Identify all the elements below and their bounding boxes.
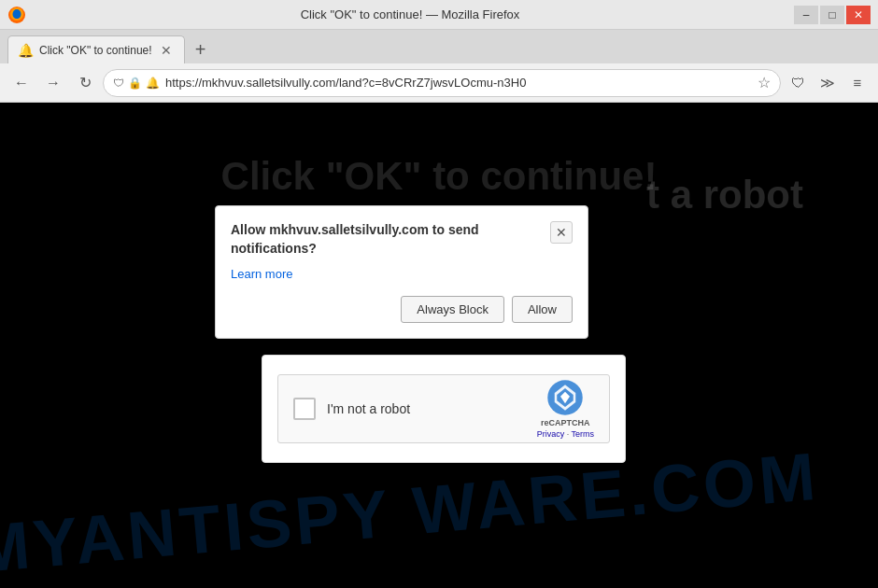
menu-button[interactable]: ≡: [844, 70, 871, 96]
dialog-buttons: Always Block Allow: [231, 296, 573, 323]
permission-dialog: Allow mkhvuv.salletsilvully.com to send …: [215, 205, 588, 339]
tab-title: Click "OK" to continue!: [39, 44, 152, 57]
dialog-header: Allow mkhvuv.salletsilvully.com to send …: [231, 221, 573, 258]
url-security-icons: 🛡 🔒 🔔: [113, 77, 160, 90]
title-bar: Click "OK" to continue! — Mozilla Firefo…: [0, 0, 878, 30]
title-bar-title: Click "OK" to continue! — Mozilla Firefo…: [26, 7, 794, 21]
recaptcha-logo-icon: [546, 379, 584, 416]
recaptcha-brand-label: reCAPTCHA: [541, 418, 590, 427]
tab-close-button[interactable]: ✕: [158, 42, 175, 59]
recaptcha-links: Privacy · Terms: [537, 429, 594, 439]
recaptcha-checkbox[interactable]: [293, 398, 316, 420]
lock-icon: 🔒: [128, 77, 142, 90]
browser-window: Click "OK" to continue! — Mozilla Firefo…: [0, 0, 878, 588]
vpn-shield-button[interactable]: 🛡: [785, 70, 811, 96]
bookmark-star-icon[interactable]: ☆: [758, 74, 771, 91]
dialog-close-button[interactable]: ✕: [550, 221, 573, 244]
allow-button[interactable]: Allow: [512, 296, 573, 323]
tab-bar: 🔔 Click "OK" to continue! ✕ +: [0, 30, 878, 63]
maximize-button[interactable]: □: [820, 6, 844, 24]
nav-bar: ← → ↻ 🛡 🔒 🔔 https://mkhvuv.salletsilvull…: [0, 63, 878, 103]
recaptcha-widget[interactable]: I'm not a robot reCAPTCHA Privacy · Term…: [277, 374, 610, 443]
reload-button[interactable]: ↻: [71, 70, 99, 96]
recaptcha-logo-area: reCAPTCHA Privacy · Terms: [537, 379, 594, 439]
dialog-title: Allow mkhvuv.salletsilvully.com to send …: [231, 221, 550, 258]
browser-tab[interactable]: 🔔 Click "OK" to continue! ✕: [7, 35, 185, 63]
nav-right-icons: 🛡 ≫ ≡: [785, 70, 871, 96]
new-tab-button[interactable]: +: [187, 35, 215, 63]
firefox-icon: [7, 6, 26, 24]
always-block-button[interactable]: Always Block: [401, 296, 504, 323]
learn-more-link[interactable]: Learn more: [231, 267, 292, 281]
extensions-button[interactable]: ≫: [814, 70, 841, 96]
notification-bell-icon: 🔔: [146, 77, 160, 90]
close-window-button[interactable]: ✕: [846, 6, 871, 24]
page-content: MYANTISPY WARE.COM Click "OK" to continu…: [0, 103, 878, 588]
url-text: https://mkhvuv.salletsilvully.com/land?c…: [165, 76, 752, 90]
title-bar-controls: – □ ✕: [794, 6, 871, 24]
shield-icon: 🛡: [113, 77, 124, 90]
robot-partial-text: t a robot: [646, 173, 803, 217]
forward-button[interactable]: →: [39, 70, 67, 96]
recaptcha-label: I'm not a robot: [327, 401, 526, 416]
back-button[interactable]: ←: [7, 70, 35, 96]
title-bar-left: [7, 6, 26, 24]
tab-favicon: 🔔: [18, 43, 34, 58]
minimize-button[interactable]: –: [794, 6, 818, 24]
url-bar[interactable]: 🛡 🔒 🔔 https://mkhvuv.salletsilvully.com/…: [103, 69, 781, 97]
recaptcha-container: I'm not a robot reCAPTCHA Privacy · Term…: [262, 355, 626, 463]
